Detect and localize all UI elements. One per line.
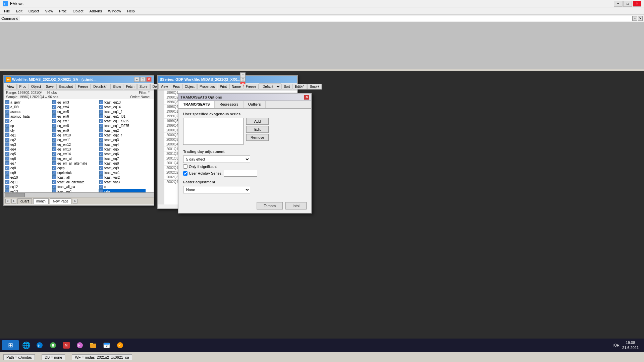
wf-item-eq_err_all[interactable]: ✓eq_err_all bbox=[52, 156, 99, 161]
wf-item-eq_err_all_alternate[interactable]: ✓eq_err_all_alternate bbox=[52, 161, 99, 166]
menu-object2[interactable]: Object bbox=[70, 8, 86, 14]
wf-show-btn[interactable]: Show bbox=[110, 84, 123, 89]
easter-dropdown[interactable]: None 1 day 6 days bbox=[183, 186, 250, 193]
menu-edit[interactable]: Edit bbox=[13, 8, 25, 14]
wf-item-eq3[interactable]: ✓eq3 bbox=[5, 142, 52, 147]
wf-item-fcast_eq1[interactable]: ✓fcast_eq1 bbox=[52, 189, 99, 192]
taskbar-calendar-icon[interactable]: 12 bbox=[101, 340, 113, 350]
scroll-right2-btn[interactable]: > bbox=[73, 199, 77, 203]
wf-item-eq_err12[interactable]: ✓eq_err12 bbox=[52, 142, 99, 147]
minimize-button[interactable]: − bbox=[614, 1, 623, 7]
wf-item-eq10[interactable]: ✓eq10 bbox=[5, 175, 52, 180]
wf-item-eq_err14[interactable]: ✓eq_err14 bbox=[52, 152, 99, 156]
wf-store-btn[interactable]: Store bbox=[137, 84, 150, 89]
wf-item-eqcp[interactable]: ✓eqcp bbox=[52, 166, 99, 170]
series-maximize-btn[interactable]: □ bbox=[240, 77, 246, 82]
taskbar-flower-icon[interactable]: F bbox=[74, 340, 86, 350]
wf-item-eq12[interactable]: ✓eq12 bbox=[5, 184, 52, 189]
series-print-btn[interactable]: Print bbox=[218, 84, 229, 89]
wf-proc-btn[interactable]: Proc bbox=[17, 84, 29, 89]
wf-item-fcast_eq2[interactable]: ✓fcast_eq2 bbox=[99, 128, 146, 133]
wf-item-fcast_eq7[interactable]: ✓fcast_eq7 bbox=[99, 156, 146, 161]
menu-view[interactable]: View bbox=[43, 8, 56, 14]
scroll-right-btn[interactable]: > bbox=[11, 199, 16, 203]
tramo-tab-regressors[interactable]: Regressors bbox=[215, 101, 243, 108]
menu-object[interactable]: Object bbox=[26, 8, 42, 14]
wf-item-eq_err9[interactable]: ✓eq_err9 bbox=[52, 128, 99, 133]
wf-item-a_l09[interactable]: ✓a_l09 bbox=[5, 105, 52, 109]
wf-item-eq13[interactable]: ✓eq13 bbox=[5, 189, 52, 192]
wf-item-fcast_eq8[interactable]: ✓fcast_eq8 bbox=[99, 161, 146, 166]
wf-item-fcast_eq1_f[interactable]: ✓fcast_eq1_f bbox=[99, 109, 146, 114]
wf-fetch-btn[interactable]: Fetch bbox=[124, 84, 137, 89]
wf-item-fcast_eq2_f[interactable]: ✓fcast_eq2_f bbox=[99, 133, 146, 137]
taskbar-red-icon[interactable]: M bbox=[60, 340, 72, 350]
only-if-significant-checkbox[interactable] bbox=[183, 164, 187, 169]
wf-item-fcast_eq1_f01[interactable]: ✓fcast_eq1_f01 bbox=[99, 114, 146, 119]
wf-item-gdp[interactable]: ✓gdp bbox=[99, 189, 146, 192]
close-button[interactable]: ✕ bbox=[633, 1, 641, 7]
series-default-dropdown[interactable]: Default bbox=[259, 83, 281, 90]
tramo-title-bar[interactable]: TRAMO/SEATS Options ✕ bbox=[178, 94, 311, 101]
start-button[interactable]: ⊞ bbox=[2, 340, 19, 350]
wf-item-eq_err3[interactable]: ✓eq_err3 bbox=[52, 100, 99, 105]
wf-item-eq7[interactable]: ✓eq7 bbox=[5, 161, 52, 166]
wf-item-fcast_all_sa[interactable]: ✓fcast_all_sa bbox=[52, 184, 99, 189]
scroll-left-btn[interactable]: < bbox=[5, 199, 10, 203]
taskbar-ie-icon[interactable]: 🌐 bbox=[20, 340, 32, 350]
wf-freeze-btn[interactable]: Freeze bbox=[75, 84, 91, 89]
wf-item-fcast_eq6[interactable]: ✓fcast_eq6 bbox=[99, 152, 146, 156]
wf-item-asonuc[interactable]: ✓asonuc bbox=[5, 109, 52, 114]
menu-proc[interactable]: Proc bbox=[56, 8, 69, 14]
series-title-bar[interactable]: S Series: GDP Workfile: MIDAS_2021Q2_XX0… bbox=[158, 76, 297, 83]
wf-item-fcast_eq4[interactable]: ✓fcast_eq4 bbox=[99, 142, 146, 147]
command-input[interactable] bbox=[20, 16, 633, 21]
tramo-tab-tramoseats[interactable]: TRAMO/SEATS bbox=[178, 101, 215, 108]
workfile-close-btn[interactable]: ✕ bbox=[146, 77, 152, 82]
wf-details-btn[interactable]: Details+/- bbox=[91, 84, 110, 89]
workfile-scrollbar[interactable] bbox=[4, 192, 154, 197]
wf-item-fcast_eq13[interactable]: ✓fcast_eq13 bbox=[99, 100, 146, 105]
wf-item-fcast_eq5[interactable]: ✓fcast_eq5 bbox=[99, 147, 146, 152]
wf-item-fcast_eq1_f0275[interactable]: ✓fcast_eq1_f0275 bbox=[99, 123, 146, 128]
wf-item-eq_err13[interactable]: ✓eq_err13 bbox=[52, 147, 99, 152]
wf-item-eq5[interactable]: ✓eq5 bbox=[5, 152, 52, 156]
tramo-close-btn[interactable]: ✕ bbox=[304, 95, 309, 100]
wf-item-fcast_all_alternate[interactable]: ✓fcast_all_alternate bbox=[52, 180, 99, 184]
menu-help[interactable]: Help bbox=[124, 8, 138, 14]
series-edit-btn[interactable]: Edit+/- bbox=[292, 84, 307, 89]
wf-item-eq11[interactable]: ✓eq11 bbox=[5, 180, 52, 184]
series-minimize-btn[interactable]: − bbox=[240, 72, 246, 77]
wf-item-asonuc_hata[interactable]: ✓asonuc_hata bbox=[5, 114, 52, 119]
command-close-btn[interactable]: ✕ bbox=[638, 16, 643, 21]
exog-remove-btn[interactable]: Remove bbox=[246, 134, 269, 141]
series-freeze-btn[interactable]: Freeze bbox=[244, 84, 259, 89]
wf-item-fcast_var2[interactable]: ✓fcast_var2 bbox=[99, 175, 146, 180]
menu-window[interactable]: Window bbox=[105, 8, 124, 14]
workfile-maximize-btn[interactable]: □ bbox=[140, 77, 146, 82]
wf-item-cp[interactable]: ✓cp bbox=[5, 123, 52, 128]
wf-item-eq_err7[interactable]: ✓eq_err7 bbox=[52, 119, 99, 123]
wf-item-eq_err5[interactable]: ✓eq_err5 bbox=[52, 109, 99, 114]
wf-item-eq4[interactable]: ✓eq4 bbox=[5, 147, 52, 152]
wf-item-dly[interactable]: ✓dly bbox=[5, 128, 52, 133]
exog-textarea[interactable] bbox=[183, 118, 244, 145]
exog-add-btn[interactable]: Add bbox=[246, 118, 269, 125]
wf-save-btn[interactable]: Save bbox=[44, 84, 56, 89]
wf-item-eqelektuk[interactable]: ✓eqelektuk bbox=[52, 170, 99, 175]
wf-item-fcast_eq1_f0225[interactable]: ✓fcast_eq1_f0225 bbox=[99, 119, 146, 123]
wf-item-eq9[interactable]: ✓eq9 bbox=[5, 170, 52, 175]
taskbar-edge-icon[interactable]: e bbox=[34, 340, 46, 350]
series-object-btn[interactable]: Object bbox=[182, 84, 197, 89]
wf-item-eq_err11[interactable]: ✓eq_err11 bbox=[52, 137, 99, 142]
wf-item-eq1[interactable]: ✓eq1 bbox=[5, 133, 52, 137]
wf-item-eq_err10[interactable]: ✓eq_err10 bbox=[52, 133, 99, 137]
wf-item-fcast_var3[interactable]: ✓fcast_var3 bbox=[99, 180, 146, 184]
wf-tab-quart[interactable]: quart bbox=[17, 198, 32, 204]
user-holiday-checkbox[interactable] bbox=[183, 171, 187, 176]
wf-tab-month[interactable]: month bbox=[33, 198, 49, 204]
wf-item-fcast_eq9[interactable]: ✓fcast_eq9 bbox=[99, 166, 146, 170]
wf-item-eq8[interactable]: ✓eq8 bbox=[5, 166, 52, 170]
wf-item-q[interactable]: ✓q bbox=[99, 184, 146, 189]
tramo-tab-outliers[interactable]: Outliers bbox=[244, 101, 266, 108]
